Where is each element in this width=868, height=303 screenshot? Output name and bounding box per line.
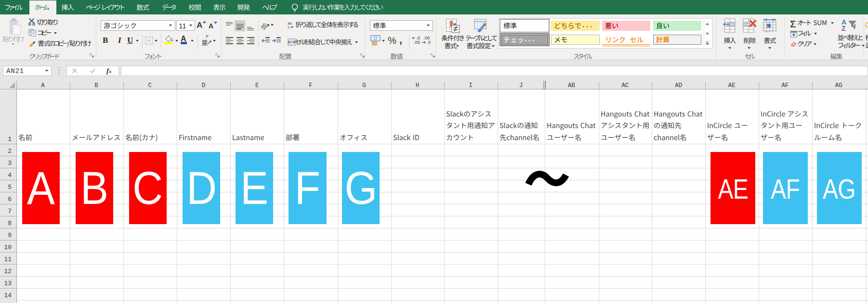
svg-text:c: c bbox=[288, 25, 289, 29]
svg-text:ab: ab bbox=[261, 22, 267, 30]
